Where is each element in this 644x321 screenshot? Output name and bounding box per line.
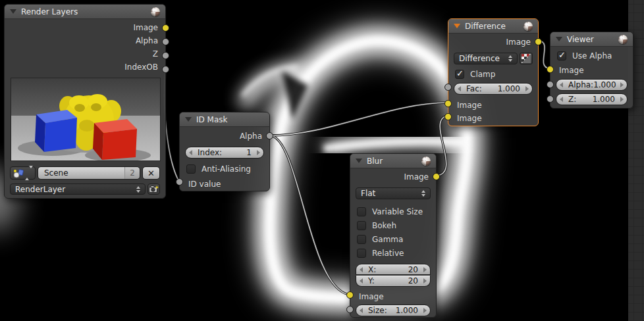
node-blur[interactable]: Blur Image Flat Variable Size Bokeh Gamm… [350,153,437,318]
socket-image-output[interactable] [535,38,542,45]
difference-header[interactable]: Difference [448,19,538,34]
blend-mode-select[interactable]: Difference [454,53,518,64]
scene-selector-button[interactable] [10,166,36,180]
alpha-value: 1.000 [593,80,616,89]
increment-icon [423,308,427,313]
alpha-swatch-icon [522,54,531,63]
socket-id-value-input[interactable] [176,178,183,185]
material-preview-icon [523,22,533,31]
socket-image-input[interactable] [547,66,554,73]
blur-x-field[interactable]: X: 20 [356,264,431,275]
increment-icon [620,97,624,102]
viewer-alpha-field[interactable]: Alpha: 1.000 [556,79,628,91]
output-alpha-label: Alpha [180,130,269,143]
size-value: 1.000 [396,306,418,315]
filter-type-select[interactable]: Flat [356,187,431,199]
increment-icon [525,86,529,91]
filter-type-value: Flat [361,189,375,198]
output-image-label: Image [350,170,436,184]
node-render-layers[interactable]: Render Layers Image Alpha Z IndexOB [4,4,166,199]
chevron-updown-icon [421,190,425,197]
relative-checkbox[interactable] [357,249,366,258]
socket-fac-input[interactable] [444,84,452,91]
camera-icon [149,185,159,193]
id-mask-header[interactable]: ID Mask [180,112,269,127]
increment-icon [423,267,427,272]
z-label: Z: [568,95,576,104]
alpha-swatch-button[interactable] [520,53,533,64]
socket-indexob-output[interactable] [162,66,169,73]
render-layers-header[interactable]: Render Layers [5,5,165,19]
socket-alpha-input[interactable] [547,81,554,88]
socket-image1-input[interactable] [444,100,452,107]
anti-aliasing-checkbox[interactable] [186,164,196,174]
collapse-icon[interactable] [185,117,192,122]
node-difference[interactable]: Difference Image Difference Clamp Fac: 1… [448,18,539,126]
collapse-icon[interactable] [556,37,562,41]
x-value: 20 [408,265,418,274]
relative-label: Relative [372,249,404,258]
node-viewer[interactable]: Viewer Use Alpha Image Alpha: 1.000 Z: 1… [550,32,633,109]
blur-y-field[interactable]: Y: 20 [356,276,431,287]
y-value: 20 [408,276,418,285]
clamp-checkbox[interactable] [455,70,464,79]
render-layer-select[interactable]: RenderLayer [10,184,146,195]
output-image-label: Image [5,21,165,34]
node-title: Difference [465,22,506,31]
decrement-icon [560,82,563,87]
blur-header[interactable]: Blur [350,154,436,168]
gamma-checkbox[interactable] [357,235,366,244]
input-image-label: Image [550,64,633,76]
index-label: Index: [198,148,222,157]
render-layer-value: RenderLayer [15,185,65,194]
size-label: Size: [368,306,387,315]
socket-alpha-output[interactable] [162,38,169,45]
chevron-updown-icon [508,55,512,62]
viewer-z-field[interactable]: Z: 1.000 [556,93,628,105]
fac-value: 1.000 [498,84,520,93]
increment-icon [423,278,427,284]
index-field[interactable]: Index: 1 [185,147,264,159]
socket-alpha-output[interactable] [266,132,273,139]
decrement-icon [360,278,363,284]
node-id-mask[interactable]: ID Mask Alpha Index: 1 Anti-Aliasing ID … [179,112,270,191]
socket-z-output[interactable] [162,52,169,59]
viewer-header[interactable]: Viewer [550,32,633,47]
output-alpha-label: Alpha [5,34,165,47]
size-field[interactable]: Size: 1.000 [356,305,431,316]
collapse-icon[interactable] [454,24,460,28]
scene-unlink-button[interactable]: ✕ [142,166,160,180]
bokeh-checkbox[interactable] [357,221,366,230]
node-title: Render Layers [21,7,78,16]
output-image-label: Image [448,36,538,49]
clamp-label: Clamp [470,70,495,79]
material-preview-icon [151,7,160,16]
new-render-layer-button[interactable] [148,184,160,195]
blend-mode-value: Difference [459,54,500,63]
socket-image-output[interactable] [162,24,169,32]
scene-name: Scene [44,168,68,178]
fac-field[interactable]: Fac: 1.000 [454,83,533,95]
index-value: 1 [246,148,252,157]
decrement-icon [360,308,363,313]
socket-z-input[interactable] [547,95,554,103]
scene-selector-arrows [25,168,33,178]
node-title: Blur [367,157,383,166]
render-preview [11,78,161,161]
socket-size-input[interactable] [346,306,354,313]
collapse-icon[interactable] [356,159,362,163]
socket-image-input[interactable] [346,291,354,299]
bokeh-label: Bokeh [372,221,396,230]
use-alpha-checkbox[interactable] [557,51,566,61]
collapse-icon[interactable] [10,9,16,14]
material-preview-icon [421,157,431,166]
z-value: 1.000 [593,95,615,104]
scene-name-field[interactable]: Scene 2 [38,166,140,180]
close-icon: ✕ [148,168,155,178]
output-indexob-label: IndexOB [5,61,165,74]
variable-size-checkbox[interactable] [357,207,366,216]
x-label: X: [368,265,376,274]
decrement-icon [360,267,363,272]
socket-image-output[interactable] [433,173,440,180]
socket-image2-input[interactable] [444,113,452,120]
